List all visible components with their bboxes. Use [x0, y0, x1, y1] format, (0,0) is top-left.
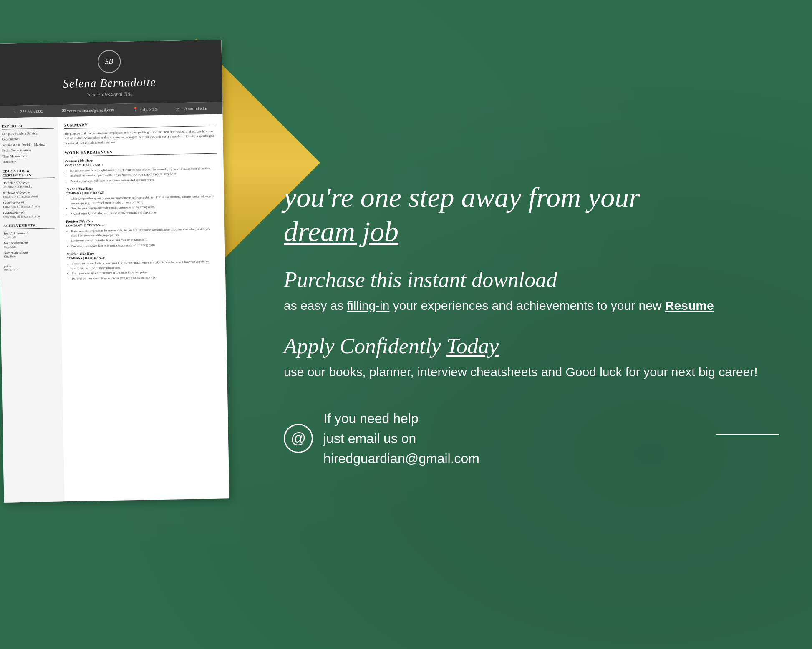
contact-phone: 📞 333.333.3333	[13, 108, 43, 114]
purchase-block: Purchase this instant download as easy a…	[284, 267, 779, 315]
summary-text: The purpose of this area is to direct em…	[64, 129, 217, 146]
achievement-location: City/State	[4, 254, 56, 259]
resume-document: SB Selena Bernadotte Your Professional T…	[0, 40, 229, 502]
achievements-title: ACHIEVEMENTS	[3, 223, 55, 229]
resume-main-content: SUMMARY The purpose of this area is to d…	[58, 114, 229, 502]
email-help-text: If you need help just email us on hiredg…	[323, 408, 479, 468]
headline-text: you're one step away from your dream job	[284, 181, 779, 249]
bullets-2: Whenever possible, quantify your accompl…	[66, 194, 218, 216]
cert-school: University of Texas at Austin	[3, 204, 55, 209]
contact-location: 📍 City, State	[133, 106, 158, 112]
cert-school: University of Texas at Austin	[3, 214, 55, 219]
work-section-title: WORK EXPERIENCES	[65, 148, 217, 156]
resume-sidebar: EXPERTISE Complex Problem Solving Coordi…	[0, 117, 65, 502]
resume-header: SB Selena Bernadotte Your Professional T…	[0, 40, 222, 106]
apply-body: use our books, planner, interview cheats…	[284, 362, 779, 381]
bullets-4: If you want the emphasis to be on your t…	[67, 259, 219, 281]
linkedin-icon: in	[176, 106, 180, 111]
location-icon: 📍	[133, 107, 139, 112]
phone-icon: 📞	[13, 109, 18, 114]
purchase-body: as easy as filling-in your experiences a…	[284, 296, 779, 315]
expertise-item: Teamwork	[2, 159, 54, 164]
edu-school: University of Texas at Austin	[3, 194, 55, 199]
edu-school: University of Kentucky	[3, 184, 55, 189]
summary-section-title: SUMMARY	[64, 121, 217, 129]
contact-linkedin: in in/yourlinkedin	[176, 106, 207, 111]
headline-block: you're one step away from your dream job	[284, 181, 779, 249]
email-section: @ If you need help just email us on hire…	[284, 408, 779, 468]
expertise-item: Social Perceptiveness	[2, 148, 54, 153]
resume-name: Selena Bernadotte	[9, 75, 209, 91]
right-panel: you're one step away from your dream job…	[250, 0, 812, 649]
purchase-heading: Purchase this instant download	[284, 267, 779, 292]
apply-heading: Apply Confidently Today	[284, 334, 779, 358]
achievement-location: City/State	[4, 244, 56, 249]
bullets-3: If you want the emphasis to be on your t…	[66, 227, 219, 249]
divider-line	[716, 434, 779, 435]
sidebar-footer: points strong verbs.	[4, 264, 56, 272]
expertise-item: Judgment and Decision Making	[2, 142, 54, 148]
expertise-item: Coordination	[2, 137, 54, 142]
resume-professional-title: Your Professional Title	[10, 90, 210, 99]
expertise-title: EXPERTISE	[2, 123, 54, 129]
expertise-item: Time Management	[2, 153, 54, 159]
email-icon: ✉	[61, 108, 65, 113]
contact-email: ✉ youremailname@email.com	[61, 107, 114, 113]
resume-body: EXPERTISE Complex Problem Solving Coordi…	[0, 114, 229, 502]
education-title: EDUCATION &CERTIFICATES	[3, 169, 55, 179]
achievement-location: City/State	[3, 235, 55, 239]
bullets-1: Include any specific accomplishments you…	[65, 166, 218, 184]
resume-monogram: SB	[97, 50, 121, 73]
expertise-item: Complex Problem Solving	[2, 131, 54, 136]
apply-block: Apply Confidently Today use our books, p…	[284, 334, 779, 381]
at-icon: @	[284, 424, 313, 453]
